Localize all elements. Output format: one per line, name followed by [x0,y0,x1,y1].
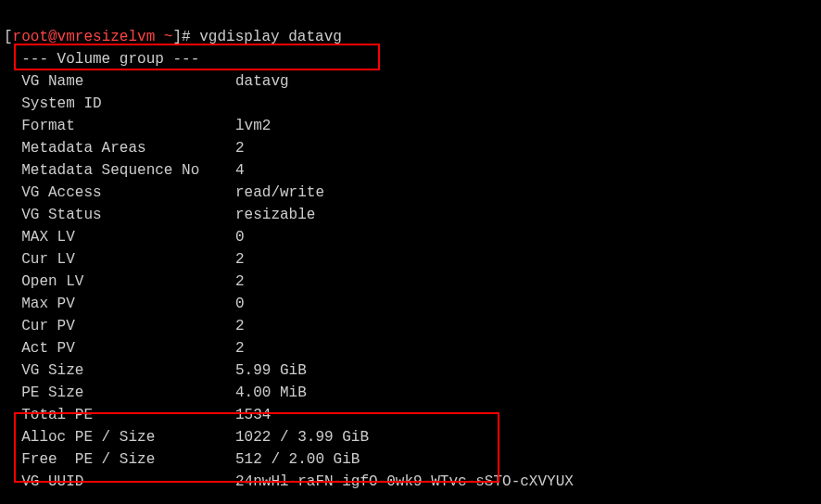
max-lv-row: MAX LV0 [4,229,245,246]
section-header: --- Volume group --- [4,51,199,68]
terminal-output: [root@vmresizelvm ~]# vgdisplay datavg -… [4,4,817,493]
format-row: Formatlvm2 [4,118,271,134]
cur-pv-row: Cur PV2 [4,318,245,334]
vg-access-row: VG Accessread/write [4,184,324,201]
open-lv-row: Open LV2 [4,273,245,290]
alloc-pe-row: Alloc PE / Size1022 / 3.99 GiB [4,429,369,446]
free-pe-row: Free PE / Size512 / 2.00 GiB [4,451,360,468]
pe-size-row: PE Size4.00 MiB [4,384,307,401]
metadata-areas-row: Metadata Areas2 [4,140,245,157]
total-pe-row: Total PE1534 [4,407,271,423]
vg-status-row: VG Statusresizable [4,207,315,223]
vg-uuid-row: VG UUID24nwHl-raFN-igfO-0wk9-WTvc-sSTO-c… [4,473,574,490]
system-id-row: System ID [4,95,235,112]
act-pv-row: Act PV2 [4,340,245,357]
cur-lv-row: Cur LV2 [4,251,245,268]
vg-size-row: VG Size5.99 GiB [4,362,307,379]
command-text[interactable]: vgdisplay datavg [199,29,342,45]
metadata-seq-row: Metadata Sequence No4 [4,162,245,179]
vg-name-row: VG Namedatavg [4,73,289,90]
prompt-bracket-open: [ [4,29,13,45]
max-pv-row: Max PV0 [4,296,245,312]
prompt-user-host: root@vmresizelvm ~ [13,29,173,45]
prompt-bracket-close: ]# [172,29,199,45]
